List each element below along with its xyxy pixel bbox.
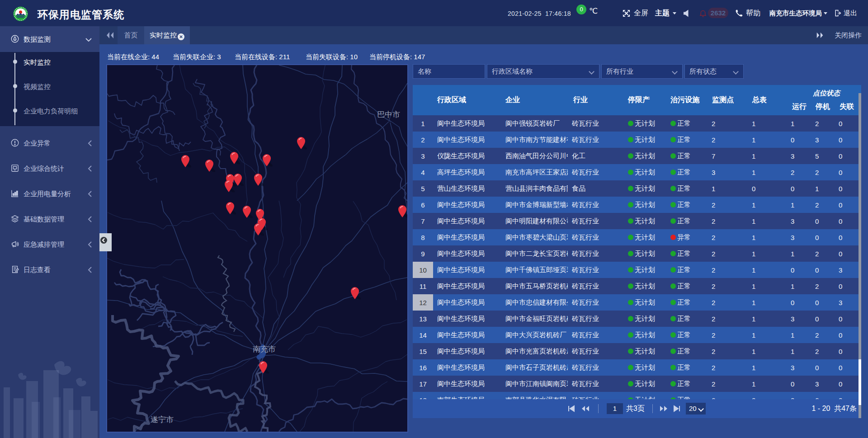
svg-text:南充市: 南充市	[253, 345, 276, 353]
svg-text:巴中市: 巴中市	[377, 110, 400, 119]
svg-text:遂宁市: 遂宁市	[151, 415, 174, 424]
